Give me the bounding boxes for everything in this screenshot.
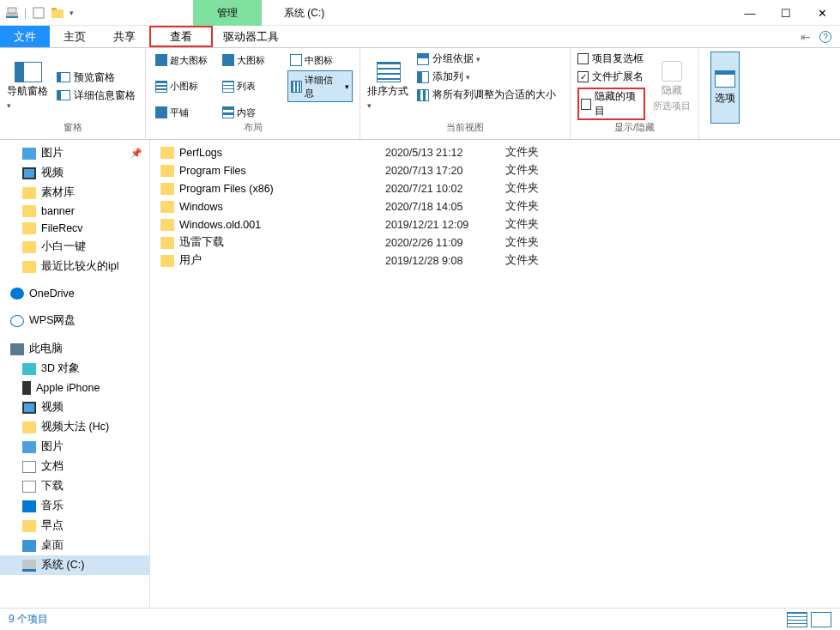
folder-icon: [22, 222, 36, 234]
checkbox-icon[interactable]: [32, 6, 45, 20]
tree-documents[interactable]: 文档: [0, 457, 149, 476]
tree-pictures2[interactable]: 图片: [0, 437, 149, 457]
tab-home[interactable]: 主页: [50, 26, 100, 47]
file-list[interactable]: PerfLogs2020/5/13 21:12文件夹 Program Files…: [150, 140, 840, 608]
layout-details[interactable]: 详细信息▾: [287, 70, 353, 102]
tree-label: 素材库: [41, 185, 75, 200]
item-checkboxes-label: 项目复选框: [592, 51, 644, 66]
tree-videos2[interactable]: 视频: [0, 397, 149, 417]
list-icon: [222, 81, 234, 93]
preview-pane-label: 预览窗格: [74, 70, 115, 85]
navigation-tree[interactable]: 图片📌 视频 素材库 banner FileRecv 小白一键 最近比较火的ip…: [0, 140, 150, 608]
tree-pictures[interactable]: 图片📌: [0, 143, 149, 163]
tree-label: 图片: [41, 439, 63, 454]
tree-this-pc[interactable]: 此电脑: [0, 339, 149, 359]
status-bar: 9 个项目: [0, 608, 840, 630]
layout-tiles[interactable]: 平铺: [153, 104, 218, 121]
add-columns-button[interactable]: 添加列: [417, 70, 556, 84]
qat-dropdown-icon[interactable]: ▾: [69, 9, 74, 17]
file-name: Windows: [179, 201, 385, 213]
tree-music[interactable]: 音乐: [0, 496, 149, 516]
preview-pane-icon: [57, 72, 70, 82]
tree-3d-objects[interactable]: 3D 对象: [0, 359, 149, 379]
help-icon[interactable]: ?: [819, 31, 831, 43]
tab-view[interactable]: 查看: [149, 26, 213, 47]
navigation-pane-button[interactable]: 导航窗格: [7, 51, 50, 121]
ribbon-group-panes: 导航窗格 预览窗格 详细信息窗格 窗格: [0, 48, 146, 139]
item-checkboxes-check[interactable]: 项目复选框: [577, 51, 645, 66]
group-by-button[interactable]: 分组依据: [417, 51, 556, 66]
preview-pane-button[interactable]: 预览窗格: [57, 70, 136, 85]
file-name: 用户: [179, 253, 385, 268]
tree-label: 视频: [41, 166, 63, 180]
layout-group-label: 布局: [153, 121, 353, 136]
file-row[interactable]: Windows2020/7/18 14:05文件夹: [150, 197, 840, 215]
tree-label: 下载: [41, 479, 63, 494]
tree-material[interactable]: 素材库: [0, 183, 149, 203]
sort-by-button[interactable]: 排序方式: [367, 51, 410, 121]
file-row[interactable]: Windows.old.0012019/12/21 12:09文件夹: [150, 215, 840, 233]
tree-xiaobai[interactable]: 小白一键: [0, 237, 149, 257]
file-row[interactable]: 用户2019/12/28 9:08文件夹: [150, 251, 840, 270]
pin-icon[interactable]: ⇤: [801, 30, 811, 44]
large-icons-view-button[interactable]: [811, 612, 831, 627]
manage-contextual-tab[interactable]: 管理: [193, 0, 262, 26]
options-button[interactable]: 选项: [710, 51, 740, 124]
hidden-items-check[interactable]: 隐藏的项目: [577, 88, 645, 120]
tab-drive-tools[interactable]: 驱动器工具: [213, 26, 289, 47]
maximize-button[interactable]: [768, 0, 804, 26]
details-view-button[interactable]: [787, 612, 807, 627]
tree-recent-ipl[interactable]: 最近比较火的ipl: [0, 257, 149, 276]
pictures-icon: [22, 441, 36, 453]
close-button[interactable]: [804, 0, 840, 26]
file-row[interactable]: 迅雷下载2020/2/26 11:09文件夹: [150, 233, 840, 251]
layout-details-label: 详细信息: [305, 74, 341, 100]
tab-share[interactable]: 共享: [100, 26, 149, 47]
folder-icon: [160, 219, 174, 231]
tree-banner[interactable]: banner: [0, 203, 149, 220]
minimize-button[interactable]: [732, 0, 768, 26]
layout-medium-icons[interactable]: 中图标: [287, 51, 353, 69]
ribbon: 导航窗格 预览窗格 详细信息窗格 窗格 超大图标 大图标 中图标 小图标: [0, 48, 840, 140]
tree-label: 桌面: [41, 538, 63, 553]
window-title: 系统 (C:): [279, 0, 324, 26]
details-pane-button[interactable]: 详细信息窗格: [57, 88, 136, 103]
tree-breakfast[interactable]: 早点: [0, 516, 149, 536]
main-area: 图片📌 视频 素材库 banner FileRecv 小白一键 最近比较火的ip…: [0, 140, 840, 608]
tree-filerecv[interactable]: FileRecv: [0, 220, 149, 237]
videos-icon: [22, 402, 36, 414]
tree-onedrive[interactable]: OneDrive: [0, 285, 149, 302]
layout-small-icons[interactable]: 小图标: [153, 70, 218, 102]
tree-downloads[interactable]: 下载: [0, 476, 149, 496]
layout-list[interactable]: 列表: [220, 70, 285, 102]
tree-wps[interactable]: WPS网盘: [0, 311, 149, 330]
tree-desktop[interactable]: 桌面: [0, 536, 149, 555]
pc-icon: [10, 343, 24, 355]
svg-rect-3: [33, 8, 44, 18]
file-row[interactable]: Program Files2020/7/13 17:20文件夹: [150, 161, 840, 179]
options-label: 选项: [715, 91, 735, 106]
sort-by-label: 排序方式: [367, 84, 410, 111]
layout-large-icons[interactable]: 大图标: [220, 51, 285, 69]
tree-video-method[interactable]: 视频大法 (Hc): [0, 417, 149, 437]
options-group-label: [706, 124, 744, 136]
tree-iphone[interactable]: Apple iPhone: [0, 379, 149, 397]
pane-options: 预览窗格 详细信息窗格: [57, 51, 136, 121]
file-row[interactable]: PerfLogs2020/5/13 21:12文件夹: [150, 143, 840, 161]
folder-icon[interactable]: [51, 6, 64, 20]
tab-file[interactable]: 文件: [0, 26, 50, 47]
layout-content[interactable]: 内容: [220, 104, 285, 121]
tree-label: 系统 (C:): [41, 558, 84, 572]
tree-system-c[interactable]: 系统 (C:): [0, 555, 149, 575]
tree-videos[interactable]: 视频: [0, 163, 149, 183]
phone-icon: [22, 381, 31, 395]
svg-rect-2: [8, 8, 16, 13]
layout-huge-icons[interactable]: 超大图标: [153, 51, 218, 69]
file-ext-check[interactable]: 文件扩展名: [577, 70, 645, 84]
3d-objects-icon: [22, 363, 36, 375]
file-row[interactable]: Program Files (x86)2020/7/21 10:02文件夹: [150, 179, 840, 197]
hide-selected-button[interactable]: 隐藏 所选项目: [652, 51, 692, 121]
folder-icon: [160, 165, 174, 177]
fit-columns-button[interactable]: 将所有列调整为合适的大小: [417, 88, 556, 102]
drive-icon: [5, 6, 19, 20]
